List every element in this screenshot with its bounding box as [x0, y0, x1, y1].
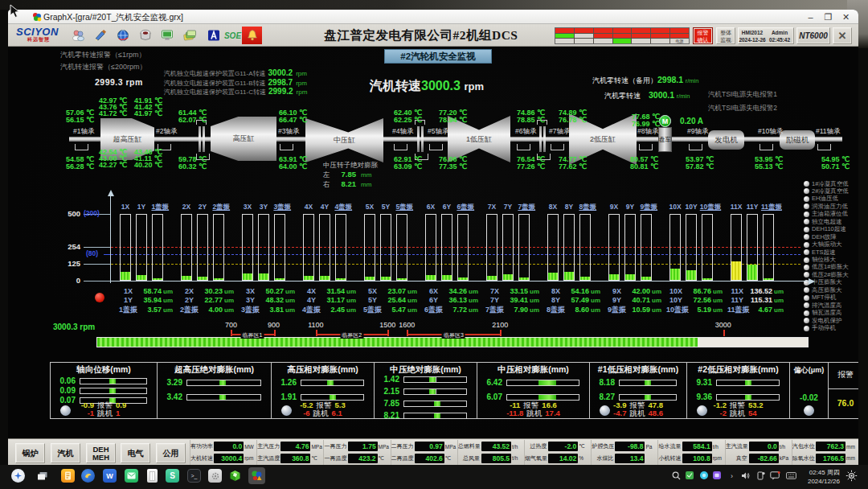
graphx-active-icon[interactable]: [248, 467, 265, 484]
alarm-grid-cell[interactable]: [555, 28, 574, 33]
plant-title: 盘江普定发电有限公司#2机组DCS: [320, 27, 522, 44]
soe-tool-button[interactable]: SOE: [223, 27, 243, 44]
graphx-logo-icon: [32, 12, 42, 22]
taskbar-clock[interactable]: 02:45 周四 2024/12/26: [808, 468, 840, 486]
tray-cyan-icon[interactable]: [699, 471, 709, 483]
close-button[interactable]: ✕: [840, 11, 852, 23]
alarm-grid-cell[interactable]: [575, 39, 593, 43]
alarm-grid-cell[interactable]: [594, 39, 612, 43]
appA-icon: [207, 29, 221, 42]
cube-icon[interactable]: [228, 469, 242, 483]
mail-icon[interactable]: [125, 469, 138, 483]
alarm-bell-button[interactable]: [242, 27, 262, 44]
terminal-icon[interactable]: >_: [187, 469, 201, 483]
phone-icon[interactable]: [756, 471, 765, 483]
vib-bar-9Y: [624, 214, 636, 281]
tray-purple-icon[interactable]: [712, 471, 722, 483]
vib-bar-label: 4盖振: [334, 203, 352, 212]
keyboard-icon[interactable]: [786, 471, 796, 482]
alarm-grid-cell[interactable]: [651, 39, 669, 43]
chat-icon[interactable]: [770, 471, 780, 483]
panel-value: 3.42: [162, 394, 186, 401]
alarm-grid-cell[interactable]: [555, 39, 574, 43]
scada-canvas: 汽机零转速报警（≤1rpm） 汽机转速报警（≤200rpm） 2999.3 rp…: [8, 47, 858, 438]
vib-value-cell: 2盖振4.00um: [178, 305, 234, 315]
nav-button-公用[interactable]: 公用: [156, 443, 186, 463]
alarm-grid-cell[interactable]: [651, 34, 669, 39]
session-infobox: HMI20122024-12-26 Admin02:45:42: [738, 27, 794, 44]
nav-button-电气[interactable]: 电气: [121, 443, 150, 463]
alarm-grid-cell[interactable]: 电源: [670, 39, 689, 43]
bearing-label: #1轴承: [73, 127, 94, 137]
minimize-button[interactable]: –: [805, 11, 817, 23]
alarm-grid-cell[interactable]: [555, 34, 574, 39]
tray-green-icon[interactable]: [685, 471, 694, 483]
windows-icon[interactable]: [35, 469, 49, 483]
page-badge[interactable]: #2汽轮机安全监视: [384, 49, 492, 64]
chevron-icon[interactable]: ›: [731, 471, 733, 482]
alarm-grid-cell[interactable]: [670, 28, 689, 33]
alarm-grid-cell[interactable]: [594, 28, 612, 33]
alarm-grid-cell[interactable]: [613, 39, 632, 43]
alarm-grid-cell[interactable]: [632, 34, 650, 39]
files-orange-icon[interactable]: [61, 469, 75, 483]
monitor-tool-button[interactable]: [157, 27, 177, 44]
globe-tool-button[interactable]: [113, 27, 133, 44]
wps-icon[interactable]: W: [103, 469, 117, 483]
vib-bar-9X: [608, 214, 620, 281]
printer-tool-button[interactable]: [135, 27, 155, 44]
users-tool-button[interactable]: [68, 27, 88, 44]
search-icon[interactable]: [672, 471, 681, 483]
close-view-button[interactable]: ✕: [833, 27, 852, 44]
cards-tool-button[interactable]: [179, 27, 199, 44]
status-item: DEH110超速: [804, 226, 846, 233]
g11-speed-row: 汽机独立电超速保护装置G11-B转速2998.7rpm: [164, 78, 307, 88]
param-主汽流量: 主汽流量0.0t/h: [726, 442, 792, 452]
volume-icon[interactable]: [741, 471, 751, 483]
launcher-icon[interactable]: [11, 469, 25, 483]
y-tick-line: [84, 281, 110, 281]
restore-button[interactable]: ❐: [822, 11, 834, 23]
brightness-icon[interactable]: [845, 470, 858, 484]
alarm-grid-cell[interactable]: [632, 28, 650, 33]
vib-value-cell: 8盖振8.60um: [544, 305, 600, 315]
vib-bar-label: 10Y: [685, 203, 697, 211]
appA-tool-button[interactable]: [203, 27, 223, 44]
vib-value-cell: 2X30.23um: [178, 287, 234, 295]
alarm-grid-cell[interactable]: [613, 28, 632, 33]
vib-bar-label: 10盖振: [700, 203, 721, 212]
alarm-grid-cell[interactable]: [613, 34, 632, 39]
vib-bar-3Y: [258, 214, 269, 281]
shaft-coupling: [539, 126, 546, 152]
overall-monitor-button[interactable]: 整体监视: [716, 27, 735, 44]
alarm-grid-cell[interactable]: [670, 34, 689, 39]
vib-bar-label: 5盖振: [395, 203, 413, 212]
alarm-grid-cell[interactable]: [651, 28, 669, 33]
alarm-grid-cell[interactable]: [594, 34, 612, 39]
gauge-tick-label: 1500: [379, 321, 395, 329]
status-item: 排汽温度高: [804, 302, 842, 309]
alarm-grid-cell[interactable]: [632, 39, 650, 43]
nav-button-DEHMEH[interactable]: DEHMEH: [86, 443, 116, 463]
panel-value: 8.27: [595, 394, 619, 401]
gauge-tick: [387, 330, 389, 336]
panel-title: #2低压相对膨胀(mm): [687, 363, 789, 376]
paint-tool-button[interactable]: [91, 27, 111, 44]
settings-icon[interactable]: [208, 469, 222, 483]
panel-value: 3.29: [162, 380, 186, 386]
speed-alarm-note: 汽机转速报警（≤200rpm）: [60, 62, 146, 72]
doc-icon[interactable]: [147, 469, 158, 483]
nav-button-锅炉[interactable]: 锅炉: [15, 443, 45, 463]
vib-bar-5盖振: [396, 214, 407, 281]
s-app-icon[interactable]: S: [166, 469, 179, 483]
alarm-ack-button[interactable]: 报警确认: [693, 27, 713, 44]
alarm-grid-cell[interactable]: [575, 28, 593, 33]
alarm-group-grid[interactable]: 电源: [555, 27, 690, 44]
bearing-temps-below: 53.97 ℃57.82 ℃: [686, 156, 714, 170]
alarm-grid-cell[interactable]: [575, 34, 593, 39]
panel-中压绝对膨胀(mm): 中压绝对膨胀(mm)1.422.157.858.21: [375, 362, 477, 419]
nav-button-汽机[interactable]: 汽机: [51, 443, 80, 463]
browser-icon[interactable]: [81, 469, 95, 483]
vib-value-cell: 5X23.07um: [361, 287, 417, 295]
turning-gear-motor-icon: M: [659, 115, 671, 127]
